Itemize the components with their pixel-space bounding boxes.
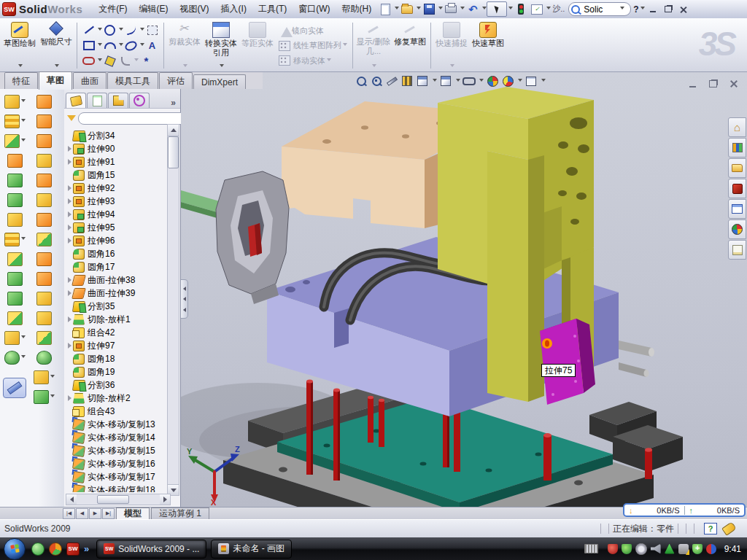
- left-toolbar-button[interactable]: [34, 368, 55, 387]
- app-quicklaunch-icon[interactable]: [49, 542, 62, 556]
- featuremanager-tree-tab[interactable]: [66, 93, 86, 108]
- sketch-button[interactable]: 草图绘制: [1, 20, 38, 71]
- left-toolbar-button[interactable]: [7, 308, 23, 328]
- motion-study-tab[interactable]: 运动算例 1: [151, 508, 209, 519]
- left-toolbar-button[interactable]: [4, 230, 26, 249]
- tree-item[interactable]: 切除-放样2: [66, 392, 169, 405]
- model-tab[interactable]: 模型: [116, 508, 150, 519]
- left-toolbar-button[interactable]: [36, 92, 52, 112]
- spline-tool-button[interactable]: [124, 24, 138, 36]
- left-toolbar-button[interactable]: [7, 269, 23, 289]
- tab-surfaces[interactable]: 曲面: [73, 72, 107, 89]
- doc-restore-button[interactable]: [705, 78, 721, 89]
- tree-item[interactable]: 拉伸92: [66, 182, 169, 195]
- left-toolbar-button[interactable]: [36, 249, 52, 269]
- menu-file[interactable]: 文件(F): [93, 1, 133, 18]
- messenger-quicklaunch-icon[interactable]: [31, 542, 44, 556]
- left-toolbar-button[interactable]: [7, 171, 23, 190]
- input-method-keyboard-icon[interactable]: [584, 544, 598, 553]
- tree-item[interactable]: 拉伸91: [66, 155, 169, 168]
- tree-item[interactable]: 圆角17: [66, 260, 169, 273]
- first-tab-button[interactable]: |◀: [63, 508, 75, 519]
- quick-snaps-button[interactable]: 快速捕捉: [433, 20, 470, 71]
- configurationmanager-tab[interactable]: [108, 93, 128, 108]
- left-toolbar-button[interactable]: [4, 328, 26, 348]
- tree-item[interactable]: 组合43: [66, 405, 169, 418]
- search-input[interactable]: [582, 4, 619, 15]
- tree-item[interactable]: 实体-移动/复制14: [66, 431, 169, 444]
- ellipse-tool-button[interactable]: [124, 39, 138, 52]
- tab-dimxpert[interactable]: DimXpert: [193, 74, 246, 89]
- tray-gear-icon[interactable]: [635, 543, 647, 555]
- left-toolbar-button[interactable]: [36, 289, 52, 308]
- measure-tool-button-pressed[interactable]: [3, 378, 26, 398]
- left-toolbar-button[interactable]: [36, 348, 52, 368]
- slot-tool-button[interactable]: [82, 55, 96, 67]
- left-toolbar-button[interactable]: [36, 230, 52, 249]
- polygon-tool-button[interactable]: [103, 55, 117, 67]
- left-toolbar-button[interactable]: [4, 131, 26, 151]
- tree-horizontal-scrollbar[interactable]: [66, 494, 171, 505]
- tree-item[interactable]: 分割35: [66, 300, 169, 313]
- display-delete-relations-button[interactable]: 显示/删除几...: [355, 20, 392, 71]
- tree-item[interactable]: 拉伸95: [66, 221, 169, 234]
- tree-item[interactable]: 拉伸93: [66, 195, 169, 208]
- open-button[interactable]: [400, 3, 414, 16]
- design-library-tab[interactable]: [728, 138, 746, 158]
- help-button[interactable]: ?: [633, 4, 638, 15]
- tray-green-plus-icon[interactable]: [692, 544, 703, 554]
- window-minimize-button[interactable]: [646, 4, 660, 15]
- rapid-sketch-button[interactable]: 快速草图: [470, 20, 506, 71]
- rectangle-tool-button[interactable]: [82, 39, 96, 52]
- quick-tips-help-icon[interactable]: ?: [704, 523, 717, 534]
- window-restore-button[interactable]: [662, 4, 676, 15]
- linear-sketch-pattern-button[interactable]: 线性草图阵列: [279, 40, 347, 51]
- zoom-fit-button[interactable]: [355, 75, 368, 87]
- new-document-button[interactable]: [378, 3, 392, 16]
- exploded-mold-assembly-model[interactable]: Y Z X: [181, 72, 747, 507]
- tree-item[interactable]: 圆角18: [66, 352, 169, 365]
- panel-splitter-handle[interactable]: [181, 279, 188, 319]
- tray-volume-icon[interactable]: [651, 544, 661, 554]
- sketch-fillet-tool-button[interactable]: [118, 55, 132, 67]
- left-toolbar-button[interactable]: [36, 171, 52, 190]
- tree-item[interactable]: 切除-放样1: [66, 313, 169, 326]
- doc-close-button[interactable]: [725, 78, 741, 89]
- last-tab-button[interactable]: ▶|: [102, 508, 115, 519]
- tree-item[interactable]: 实体-移动/复制16: [66, 457, 169, 470]
- tree-item[interactable]: 拉伸96: [66, 234, 169, 247]
- tree-item[interactable]: 实体-移动/复制15: [66, 444, 169, 457]
- appearances-scenes-tab[interactable]: [728, 219, 746, 239]
- offset-entities-button[interactable]: 等距实体: [239, 20, 276, 71]
- left-toolbar-button[interactable]: [7, 249, 23, 269]
- scroll-right-button[interactable]: [160, 494, 170, 505]
- next-tab-button[interactable]: ▶: [89, 508, 101, 519]
- display-style-button[interactable]: [439, 75, 452, 87]
- taskbar-clock[interactable]: 9:41: [724, 544, 741, 554]
- toolbar-overflow-label[interactable]: 沙..: [552, 4, 565, 15]
- tree-item[interactable]: 拉伸94: [66, 208, 169, 221]
- menu-view[interactable]: 视图(V): [174, 1, 215, 18]
- selection-box-tool-button[interactable]: [145, 24, 159, 36]
- tray-shield-green-icon[interactable]: [622, 544, 632, 554]
- left-toolbar-button[interactable]: [7, 151, 23, 171]
- menu-insert[interactable]: 插入(I): [215, 1, 252, 18]
- text-tool-button[interactable]: A: [145, 39, 159, 52]
- traffic-light-icon[interactable]: [514, 3, 528, 16]
- previous-tab-button[interactable]: ◀: [76, 508, 88, 519]
- left-toolbar-button[interactable]: [36, 190, 52, 210]
- doc-minimize-button[interactable]: [684, 78, 700, 89]
- tree-item[interactable]: 曲面-拉伸38: [66, 273, 169, 287]
- circle-tool-button[interactable]: [103, 24, 117, 36]
- view-palette-tab[interactable]: [728, 199, 746, 219]
- taskbar-window-solidworks[interactable]: SW SolidWorks 2009 - ...: [96, 540, 206, 559]
- taskbar-window-paint[interactable]: 未命名 - 画图: [211, 540, 292, 559]
- section-view-button[interactable]: [400, 75, 414, 87]
- hide-show-items-button[interactable]: [462, 75, 476, 87]
- custom-properties-tab[interactable]: [728, 240, 746, 260]
- tree-item[interactable]: 曲面-拉伸39: [66, 287, 169, 300]
- zoom-area-button[interactable]: [370, 75, 383, 87]
- save-button[interactable]: [422, 3, 436, 16]
- graphics-viewport[interactable]: Y Z X ⌂ 拉伸75: [181, 72, 747, 507]
- apply-scene-button[interactable]: [501, 75, 514, 87]
